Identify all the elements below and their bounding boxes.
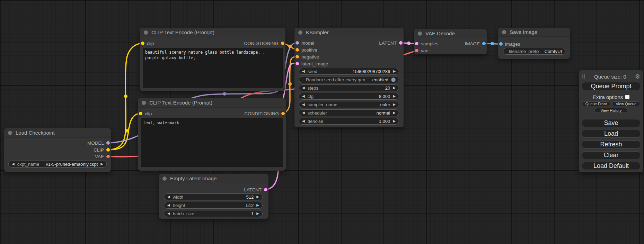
widget-value: 512 [246,203,254,208]
output-port-conditioning[interactable] [281,112,285,115]
view-history-button[interactable]: View History [594,108,628,113]
increment-arrow-icon[interactable]: ▶ [393,86,396,90]
collapse-dot-icon[interactable] [8,131,12,135]
seed-widget[interactable]: ◀ seed 156680208700286 ▶ [299,68,399,75]
input-port-latent-image[interactable] [295,62,299,65]
input-label: clip [147,41,154,46]
node-title-bar[interactable]: VAE Decode [414,29,487,38]
widget-label: ckpt_name [17,162,39,167]
view-queue-button[interactable]: View Queue [612,101,641,106]
decrement-arrow-icon[interactable]: ◀ [302,94,305,98]
cfg-widget[interactable]: ◀ cfg 8.000 ▶ [299,93,399,100]
input-slot-latent-image: latent_image [295,61,328,66]
widget-label: steps [308,85,318,91]
width-widget[interactable]: ◀ width 512 ▶ [164,193,263,200]
input-port-clip[interactable] [139,112,142,115]
link-dot [124,94,127,98]
load-button[interactable]: Load [582,130,640,138]
denoise-widget[interactable]: ◀ denoise 1.000 ▶ [299,118,399,125]
collapse-dot-icon[interactable] [298,30,302,35]
output-port-vae[interactable] [106,155,110,158]
node-clip-text-encode-negative[interactable]: CLIP Text Encode (Prompt) clip CONDITION… [138,98,286,171]
increment-arrow-icon[interactable]: ▶ [256,204,259,207]
decrement-arrow-icon[interactable]: ◀ [302,119,305,123]
random-seed-toggle-widget[interactable]: Random seed after every gen enabled [299,76,399,83]
refresh-button[interactable]: Refresh [582,141,640,148]
link-dot [491,42,494,45]
node-empty-latent-image[interactable]: Empty Latent Image LATENT ◀ width 512 ▶ … [159,174,268,219]
increment-arrow-icon[interactable]: ▶ [393,94,396,98]
height-widget[interactable]: ◀ height 512 ▶ [164,202,263,209]
output-port-clip[interactable] [106,148,110,152]
filename-prefix-widget[interactable]: filename_prefix ComfyUI [503,48,565,55]
node-title-bar[interactable]: CLIP Text Encode (Prompt) [138,98,286,108]
input-port-model[interactable] [295,41,299,45]
widget-value: ComfyUI [544,49,562,54]
prompt-textarea[interactable]: text, watermark [141,118,283,167]
increment-arrow-icon[interactable]: ▶ [393,111,396,115]
node-save-image[interactable]: Save Image images filename_prefix ComfyU… [498,28,570,59]
extra-options-checkbox[interactable] [625,95,629,99]
decrement-arrow-icon[interactable]: ◀ [302,111,305,115]
graph-canvas[interactable]: Load Checkpoint MODEL CLIP VAE ◀ ckpt_na… [0,0,644,244]
node-load-checkpoint[interactable]: Load Checkpoint MODEL CLIP VAE ◀ ckpt_na… [4,128,111,172]
queue-prompt-button[interactable]: Queue Prompt [582,82,640,90]
collapse-dot-icon[interactable] [142,101,146,105]
save-button[interactable]: Save [582,119,640,127]
clear-button[interactable]: Clear [582,151,640,159]
decrement-arrow-icon[interactable]: ◀ [167,204,170,207]
node-title-bar[interactable]: KSampler [294,28,404,37]
node-title-bar[interactable]: Load Checkpoint [4,128,111,138]
node-vae-decode[interactable]: VAE Decode samples vae IMAGE [414,29,487,54]
node-title-bar[interactable]: Empty Latent Image [159,174,268,183]
node-ksampler[interactable]: KSampler model positive negative latent_… [294,28,404,127]
prompt-textarea[interactable]: beautiful scenery nature glass bottle la… [143,48,283,88]
decrement-arrow-icon[interactable]: ◀ [302,103,305,106]
drag-handle-icon[interactable] [582,74,585,79]
toggle-knob-icon[interactable] [391,78,396,82]
output-port-image[interactable] [482,42,486,45]
increment-arrow-icon[interactable]: ▶ [256,212,259,215]
decrement-arrow-icon[interactable]: ◀ [302,86,305,90]
input-port-samples[interactable] [415,42,418,45]
link-dot [125,129,129,133]
settings-gear-icon[interactable]: ⚙ [635,74,640,80]
load-default-button[interactable]: Load Default [582,162,640,170]
decrement-arrow-icon[interactable]: ◀ [167,195,170,199]
input-port-clip[interactable] [141,42,144,45]
input-port-vae[interactable] [415,49,418,52]
input-port-negative[interactable] [295,55,299,58]
increment-arrow-icon[interactable]: ▶ [393,119,396,123]
collapse-dot-icon[interactable] [162,177,167,181]
output-port-model[interactable] [106,141,110,145]
collapse-dot-icon[interactable] [502,30,506,34]
collapse-dot-icon[interactable] [144,30,148,35]
output-port-conditioning[interactable] [281,42,284,45]
queue-front-button[interactable]: Queue Front [582,101,610,106]
decrement-arrow-icon[interactable]: ◀ [167,212,170,215]
widget-label: denoise [308,119,324,124]
collapse-dot-icon[interactable] [418,31,422,36]
sampler-name-widget[interactable]: ◀ sampler_name euler ▶ [299,101,399,108]
ckpt-name-widget[interactable]: ◀ ckpt_name v1-5-pruned-emaonly.ckpt ▶ [8,161,107,168]
input-port-positive[interactable] [295,48,299,52]
increment-arrow-icon[interactable]: ▶ [393,103,396,106]
increment-arrow-icon[interactable]: ▶ [256,195,259,199]
output-port-latent[interactable] [264,188,267,191]
scheduler-widget[interactable]: ◀ scheduler normal ▶ [299,109,399,116]
node-title-bar[interactable]: CLIP Text Encode (Prompt) [140,28,285,37]
steps-widget[interactable]: ◀ steps 20 ▶ [299,84,399,91]
input-label: latent_image [301,61,328,66]
input-label: vae [421,48,429,53]
increment-arrow-icon[interactable]: ▶ [100,162,103,166]
increment-arrow-icon[interactable]: ▶ [393,70,396,73]
node-clip-text-encode-positive[interactable]: CLIP Text Encode (Prompt) clip CONDITION… [140,28,285,91]
batch-size-widget[interactable]: ◀ batch_size 1 ▶ [164,210,263,217]
node-title-bar[interactable]: Save Image [498,28,570,37]
decrement-arrow-icon[interactable]: ◀ [12,162,15,166]
output-label: CONDITIONING [244,41,279,46]
input-port-images[interactable] [499,42,503,46]
decrement-arrow-icon[interactable]: ◀ [302,70,305,73]
output-port-latent[interactable] [399,41,403,45]
output-slot-image: IMAGE [465,41,486,46]
